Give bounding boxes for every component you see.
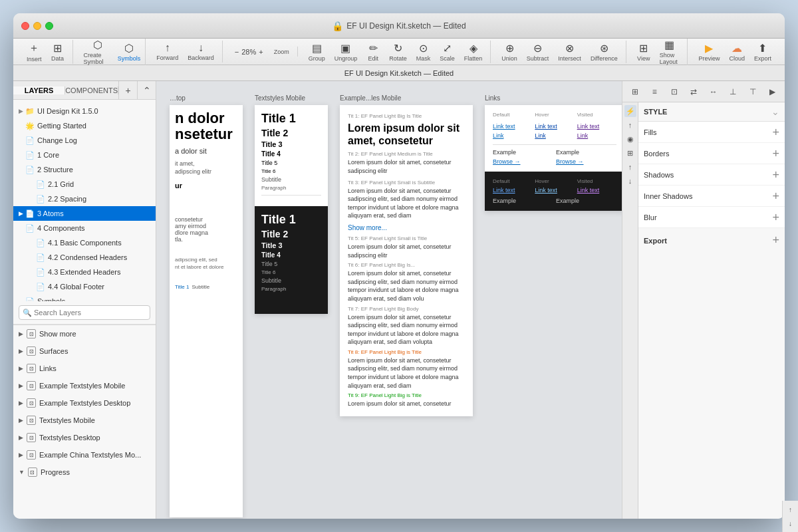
style-collapse-icon[interactable]: ⌄ bbox=[771, 106, 779, 117]
flatten-button[interactable]: ◈ Flatten bbox=[460, 41, 487, 63]
search-input[interactable] bbox=[19, 305, 150, 320]
list-item-show-more[interactable]: ▶ ⊡ Show more bbox=[13, 325, 156, 342]
tree-item-2-2-spacing[interactable]: ▶ 📄 2.2 Spacing bbox=[13, 192, 156, 206]
list-item-surfaces[interactable]: ▶ ⊡ Surfaces bbox=[13, 342, 156, 360]
rp-bottom-icon2[interactable]: ↓ bbox=[785, 517, 785, 519]
rp-icon-inspector[interactable]: ⊞ bbox=[628, 84, 642, 99]
link-inline2[interactable]: Browse → bbox=[556, 158, 616, 165]
rp-icon-arrows[interactable]: ⇄ bbox=[686, 84, 701, 99]
symbols-button[interactable]: ⬡ Symbols bbox=[117, 41, 141, 63]
show-layout-button[interactable]: ▦ Show Layout bbox=[656, 37, 684, 66]
link-default2[interactable]: Link bbox=[493, 132, 532, 139]
tree-item-4-3[interactable]: ▶ 📄 4.3 Extended Headers bbox=[13, 265, 156, 279]
borders-row[interactable]: Borders + bbox=[638, 143, 785, 164]
ungroup-button[interactable]: ▣ Ungroup bbox=[331, 41, 362, 63]
list-item-textstyles-desktop[interactable]: ▶ ⊡ Textstyles Desktop bbox=[13, 429, 156, 446]
shadows-row[interactable]: Shadows + bbox=[638, 164, 785, 186]
tab-components[interactable]: COMPONENTS bbox=[65, 86, 118, 94]
rp-icon-grid[interactable]: ⊡ bbox=[667, 84, 682, 99]
list-item-china-textstyles[interactable]: ▶ ⊡ Example China Textstyles Mo... bbox=[13, 446, 156, 464]
tree-item-symbols[interactable]: ▶ 📄 Symbols bbox=[13, 294, 156, 301]
view-button[interactable]: ⊞ View bbox=[633, 41, 654, 63]
add-layer-button[interactable]: + bbox=[118, 81, 137, 99]
tree-item-4-4[interactable]: ▶ 📄 4.4 Global Footer bbox=[13, 279, 156, 294]
tree-item-changelog[interactable]: ▶ 📄 Change Log bbox=[13, 133, 156, 148]
tree-item-4-1[interactable]: ▶ 📄 4.1 Basic Components bbox=[13, 235, 156, 250]
ex-label-orange: Tit 8: EF Panel Light Big is Title bbox=[348, 349, 465, 355]
layer-item-label: Surfaces bbox=[39, 347, 68, 355]
list-item-textstyles-mobile[interactable]: ▶ ⊡ Textstyles Mobile bbox=[13, 412, 156, 429]
union-button[interactable]: ⊕ Union bbox=[497, 41, 521, 63]
tree-item-ui-kit[interactable]: ▶ 📁 UI Design Kit 1.5.0 bbox=[13, 104, 156, 118]
tree-item-4-components[interactable]: ▶ 📄 4 Components bbox=[13, 221, 156, 235]
rp-rail-icon-image[interactable]: ↑ bbox=[624, 161, 636, 173]
emoji-icon: 🌟 bbox=[25, 122, 35, 130]
tree-item-2-1-grid[interactable]: ▶ 📄 2.1 Grid bbox=[13, 177, 156, 192]
rp-icon-spacing[interactable]: ⊤ bbox=[745, 84, 760, 99]
difference-button[interactable]: ⊛ Difference bbox=[587, 41, 622, 63]
rotate-button[interactable]: ↻ Rotate bbox=[385, 41, 411, 63]
scale-button[interactable]: ⤢ Scale bbox=[436, 41, 459, 63]
cloud-button[interactable]: ☁ Cloud bbox=[725, 41, 749, 63]
preview-button[interactable]: ▶ Preview bbox=[694, 41, 724, 63]
inner-shadows-row[interactable]: Inner Shadows + bbox=[638, 186, 785, 207]
insert-button[interactable]: ＋ Insert bbox=[23, 40, 46, 64]
tab-layers[interactable]: LAYERS bbox=[13, 86, 65, 94]
list-item-progress[interactable]: ▼ ⊡ Progress bbox=[13, 464, 156, 481]
zoom-plus[interactable]: + bbox=[259, 48, 263, 56]
rp-icon-distribute[interactable]: ⊥ bbox=[726, 84, 740, 99]
link-dark-body2: Example bbox=[556, 198, 616, 204]
borders-add-icon[interactable]: + bbox=[772, 148, 779, 160]
toolbar-group-boolean: ⊕ Union ⊖ Subtract ⊗ Intersect ⊛ Differe… bbox=[493, 41, 626, 63]
blur-row[interactable]: Blur + bbox=[638, 207, 785, 228]
backward-icon: ↓ bbox=[198, 42, 203, 54]
list-item-links[interactable]: ▶ ⊡ Links bbox=[13, 360, 156, 377]
mask-button[interactable]: ⊙ Mask bbox=[412, 41, 435, 63]
rp-rail-icon-export-up[interactable]: ↑ bbox=[624, 119, 636, 131]
zoom-button[interactable]: Zoom bbox=[270, 47, 293, 57]
intersect-button[interactable]: ⊗ Intersect bbox=[554, 41, 585, 63]
rp-icon-align[interactable]: ↔ bbox=[706, 84, 721, 99]
rp-rail-icon-export2[interactable]: ↓ bbox=[624, 175, 636, 187]
tree-item-2-structure[interactable]: ▶ 📄 2 Structure bbox=[13, 162, 156, 177]
blur-add-icon[interactable]: + bbox=[772, 211, 779, 223]
shadows-add-icon[interactable]: + bbox=[772, 169, 779, 181]
rp-rail-icon-layer[interactable]: ◉ bbox=[624, 133, 636, 145]
separator bbox=[493, 144, 616, 145]
backward-button[interactable]: ↓ Backward bbox=[184, 41, 218, 63]
rotate-icon: ↻ bbox=[394, 42, 402, 55]
rp-icon-list[interactable]: ≡ bbox=[647, 84, 662, 99]
close-button[interactable] bbox=[21, 22, 29, 30]
export-button[interactable]: ⬆ Export bbox=[750, 41, 775, 63]
rp-bottom-icon1[interactable]: ↑ bbox=[785, 503, 785, 515]
canvas-area[interactable]: …top Textstyles Mobile Example...les Mob… bbox=[156, 81, 622, 519]
inner-shadows-add-icon[interactable]: + bbox=[772, 190, 779, 202]
export-add-icon[interactable]: + bbox=[772, 233, 779, 247]
rp-rail-icon-style[interactable]: ⚡ bbox=[624, 105, 636, 117]
ex-show-more[interactable]: Show more... bbox=[348, 224, 465, 231]
link-default[interactable]: Link text bbox=[493, 123, 532, 130]
list-item-example-textstyles-mobile[interactable]: ▶ ⊡ Example Textstyles Mobile bbox=[13, 377, 156, 394]
list-item-example-textstyles-desktop[interactable]: ▶ ⊡ Example Textstyles Desktop bbox=[13, 394, 156, 412]
data-button[interactable]: ⊞ Data bbox=[47, 41, 68, 63]
tree-item-4-2[interactable]: ▶ 📄 4.2 Condensed Headers bbox=[13, 250, 156, 265]
maximize-button[interactable] bbox=[45, 22, 53, 30]
collapse-sidebar-button[interactable]: ⌃ bbox=[137, 81, 156, 99]
edit-button[interactable]: ✏ Edit bbox=[362, 41, 384, 63]
rp-rail-icon-component[interactable]: ⊞ bbox=[624, 147, 636, 159]
tree-item-getting-started[interactable]: ▶ 🌟 Getting Started bbox=[13, 118, 156, 133]
toggle-arrow: ▶ bbox=[19, 382, 23, 389]
group-button[interactable]: ▤ Group bbox=[305, 41, 329, 63]
fills-row[interactable]: Fills + bbox=[638, 122, 785, 143]
subtract-button[interactable]: ⊖ Subtract bbox=[523, 41, 553, 63]
tree-item-1-core[interactable]: ▶ 📄 1 Core bbox=[13, 148, 156, 162]
minimize-button[interactable] bbox=[33, 22, 41, 30]
forward-button[interactable]: ↑ Forward bbox=[152, 41, 182, 63]
rp-icon-more[interactable]: ▶ bbox=[765, 84, 779, 99]
fills-add-icon[interactable]: + bbox=[772, 126, 779, 138]
link-dark-default[interactable]: Link text bbox=[493, 187, 532, 194]
tree-item-3-atoms[interactable]: ▶ 📄 3 Atoms bbox=[13, 206, 156, 221]
zoom-minus[interactable]: − bbox=[235, 48, 239, 56]
create-symbol-button[interactable]: ⬡ Create Symbol bbox=[80, 37, 116, 66]
link-inline[interactable]: Browse → bbox=[493, 158, 553, 165]
